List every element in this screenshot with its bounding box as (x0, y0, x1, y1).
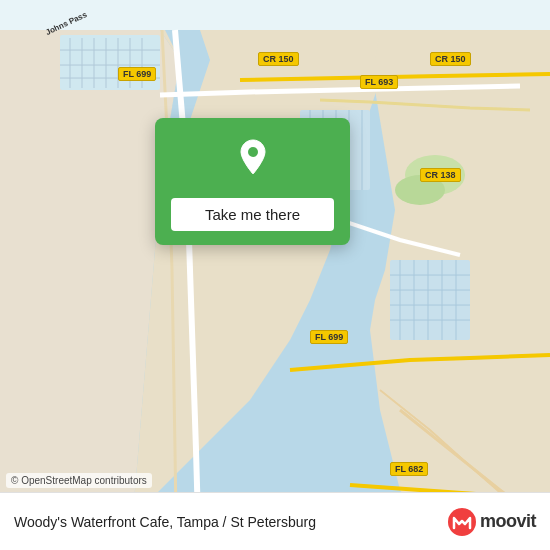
take-me-there-button[interactable]: Take me there (171, 198, 334, 231)
place-name: Woody's Waterfront Cafe, Tampa / St Pete… (14, 514, 448, 530)
moovit-m-icon (448, 508, 476, 536)
location-pin-icon (231, 136, 275, 180)
road-label-cr150-right: CR 150 (430, 52, 471, 66)
svg-point-34 (248, 147, 258, 157)
road-label-fl693: FL 693 (360, 75, 398, 89)
map-svg (0, 0, 550, 550)
popup-card: Take me there (155, 118, 350, 245)
bottom-bar: Woody's Waterfront Cafe, Tampa / St Pete… (0, 492, 550, 550)
road-label-fl682: FL 682 (390, 462, 428, 476)
moovit-logo: moovit (448, 508, 536, 536)
moovit-text: moovit (480, 511, 536, 532)
road-label-fl699-top: FL 699 (118, 67, 156, 81)
location-icon-wrap (231, 136, 275, 184)
road-label-fl699-mid: FL 699 (310, 330, 348, 344)
road-label-cr150-top: CR 150 (258, 52, 299, 66)
svg-rect-16 (390, 260, 470, 340)
osm-attribution: © OpenStreetMap contributors (6, 473, 152, 488)
map-container: FL 699 CR 150 CR 150 FL 693 CR 138 FL 69… (0, 0, 550, 550)
road-label-cr138: CR 138 (420, 168, 461, 182)
svg-rect-5 (60, 35, 160, 90)
